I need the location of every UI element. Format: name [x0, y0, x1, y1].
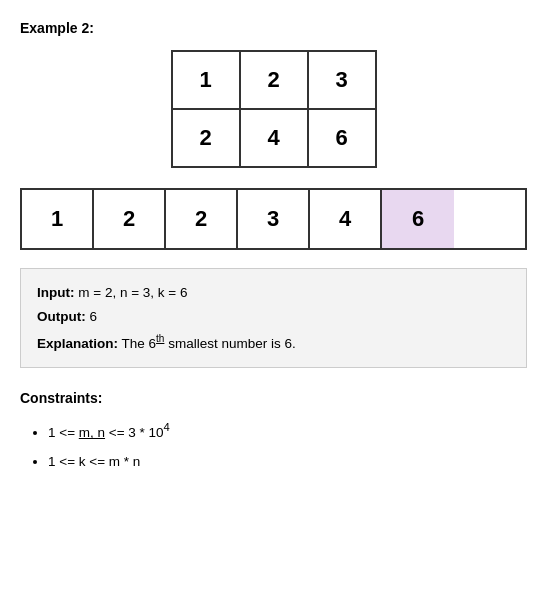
matrix-cell: 6 [308, 109, 376, 167]
input-label: Input: [37, 285, 74, 300]
input-line: Input: m = 2, n = 3, k = 6 [37, 281, 510, 305]
output-line: Output: 6 [37, 305, 510, 329]
info-box: Input: m = 2, n = 3, k = 6 Output: 6 Exp… [20, 268, 527, 368]
explanation-suffix: smallest number is 6. [164, 335, 295, 350]
array-cell: 2 [94, 190, 166, 248]
array-cell: 2 [166, 190, 238, 248]
constraint-item: 1 <= k <= m * n [48, 448, 527, 475]
matrix-cell: 3 [308, 51, 376, 109]
array-row: 122346 [20, 188, 527, 250]
constraints-list: 1 <= m, n <= 3 * 1041 <= k <= m * n [20, 416, 527, 475]
constraints-title: Constraints: [20, 390, 527, 406]
array-cell: 3 [238, 190, 310, 248]
matrix-cell: 1 [172, 51, 240, 109]
matrix-container: 123246 [20, 50, 527, 168]
explanation-prefix: The 6 [122, 335, 157, 350]
constraint-item: 1 <= m, n <= 3 * 104 [48, 416, 527, 446]
matrix-cell: 2 [172, 109, 240, 167]
output-value-text: 6 [90, 309, 98, 324]
array-cell: 6 [382, 190, 454, 248]
explanation-label: Explanation: [37, 335, 118, 350]
array-cell: 1 [22, 190, 94, 248]
output-label: Output: [37, 309, 86, 324]
example-title: Example 2: [20, 20, 527, 36]
matrix-cell: 2 [240, 51, 308, 109]
matrix-table: 123246 [171, 50, 377, 168]
array-cell: 4 [310, 190, 382, 248]
input-value-text: m = 2, n = 3, k = 6 [78, 285, 187, 300]
matrix-cell: 4 [240, 109, 308, 167]
explanation-line: Explanation: The 6th smallest number is … [37, 330, 510, 356]
